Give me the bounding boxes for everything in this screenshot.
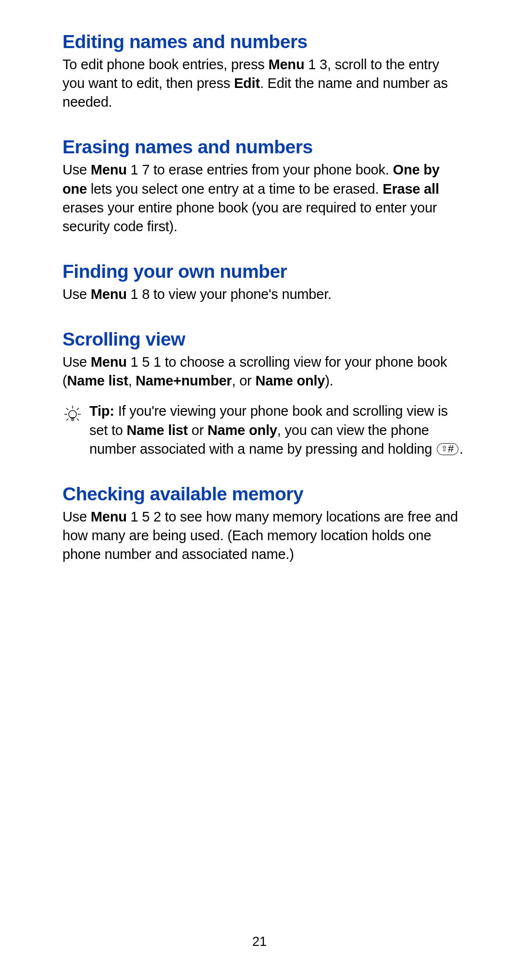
tip-block: Tip: If you're viewing your phone book a… [62,402,464,458]
body-memory: Use Menu 1 5 2 to see how many memory lo… [62,508,464,564]
section-memory: Checking available memory Use Menu 1 5 2… [62,484,464,564]
svg-point-0 [69,410,76,418]
key-shift-hash-icon: ⇧# [437,443,458,455]
body-editing: To edit phone book entries, press Menu 1… [62,55,464,112]
body-erasing: Use Menu 1 7 to erase entries from your … [62,161,464,236]
page-number: 21 [0,934,519,949]
svg-line-6 [66,419,68,421]
heading-scrolling: Scrolling view [62,329,464,350]
section-editing: Editing names and numbers To edit phone … [62,31,464,112]
heading-editing: Editing names and numbers [62,31,464,52]
svg-line-2 [66,408,68,410]
section-finding: Finding your own number Use Menu 1 8 to … [62,261,464,304]
body-finding: Use Menu 1 8 to view your phone's number… [62,285,464,304]
body-scrolling: Use Menu 1 5 1 to choose a scrolling vie… [62,353,464,390]
lightbulb-icon [62,404,83,426]
section-erasing: Erasing names and numbers Use Menu 1 7 t… [62,136,464,236]
section-scrolling: Scrolling view Use Menu 1 5 1 to choose … [62,329,464,459]
heading-erasing: Erasing names and numbers [62,136,464,158]
heading-memory: Checking available memory [62,484,464,505]
tip-text: Tip: If you're viewing your phone book a… [89,402,464,458]
svg-line-7 [77,419,79,421]
svg-line-3 [77,408,79,410]
heading-finding: Finding your own number [62,261,464,282]
